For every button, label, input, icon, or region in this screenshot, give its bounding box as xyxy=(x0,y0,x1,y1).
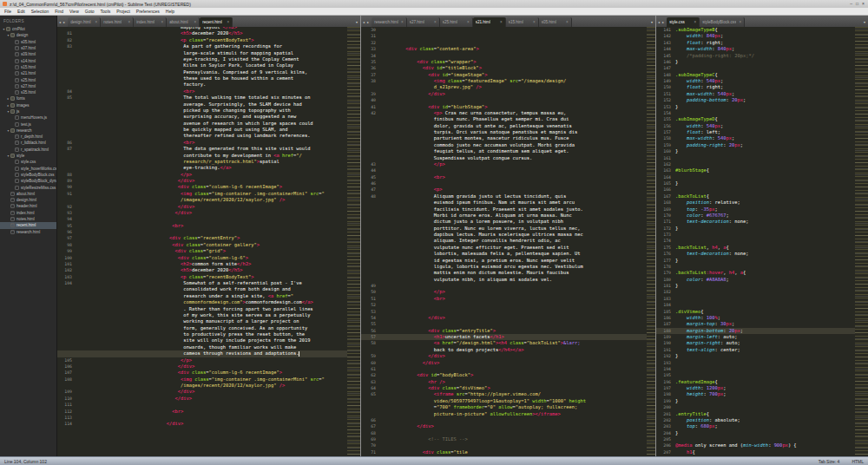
sidebar-item-index-html[interactable]: <>index.html xyxy=(0,210,56,216)
code-row[interactable]: 41 <div id="blurbStage"> xyxy=(361,104,647,110)
maximize-button[interactable]: □ xyxy=(856,2,858,6)
code-row[interactable]: 71 <div class="tile xyxy=(361,449,647,455)
tab-index-html[interactable]: index.html× xyxy=(134,17,167,27)
code-row[interactable]: Morbi id ornare eros. Aliquam at urna ma… xyxy=(361,213,647,219)
code-row[interactable]: 83 As part of gathering recordings for xyxy=(57,43,347,49)
code-row[interactable]: commonformdesign.com">commonformdesign.c… xyxy=(57,299,347,305)
code-row[interactable]: 184 xyxy=(656,302,855,308)
code-row[interactable]: 98 <div class="container gallery"> xyxy=(57,242,347,248)
sidebar-item-r-depth-html[interactable]: <>r_depth.html xyxy=(0,134,56,140)
tab-s15-html[interactable]: s15.html× xyxy=(506,17,539,27)
code-row[interactable]: 69 <!-- TILES --> xyxy=(361,436,647,442)
code-row[interactable]: 58 <a href="/design.html"><h4 class="bac… xyxy=(361,340,647,346)
code-row[interactable]: 144 max-width: 840px; xyxy=(656,46,855,52)
code-row[interactable]: 105 </p> xyxy=(57,357,347,363)
sidebar-item-s05-html[interactable]: <>s05.html xyxy=(0,39,56,45)
code-row[interactable]: 173 xyxy=(656,232,855,238)
code-row[interactable]: 47 <p> xyxy=(361,187,647,193)
code-row[interactable]: 183 xyxy=(656,296,855,302)
code-row[interactable]: 54 </div> xyxy=(361,315,647,321)
code-row[interactable]: cameos through revisions and adaptations… xyxy=(57,350,347,357)
sidebar-item-about-html[interactable]: <>about.html xyxy=(0,191,56,197)
code-row[interactable]: avenue of research in which large spaces… xyxy=(57,121,347,127)
code-row[interactable]: 185.divVimeo{ xyxy=(656,309,855,315)
code-row[interactable]: 152 padding-bottom: 20px; xyxy=(656,97,855,103)
code-row[interactable]: 55 xyxy=(361,321,647,327)
tab-close-icon[interactable]: × xyxy=(431,20,437,24)
sidebar-item-styleresizemiss-css[interactable]: /*styleResizeMiss.css xyxy=(0,184,56,190)
code-row[interactable]: 165} xyxy=(656,180,855,187)
code-row[interactable]: 101 <h2>common form site</h2> xyxy=(57,261,347,267)
code-row[interactable]: 189 margin-left: auto; xyxy=(656,334,855,340)
sidebar-item-images[interactable]: ▸images xyxy=(0,102,56,108)
code-row[interactable]: 61 xyxy=(361,366,647,372)
code-row[interactable]: 159 padding-right: 20px; xyxy=(656,142,855,148)
pane-1-code-area[interactable]: mapping layout </h2>81 <h5>december 2020… xyxy=(57,27,347,428)
tab-close-icon[interactable]: × xyxy=(398,20,404,24)
menu-goto[interactable]: Goto xyxy=(82,9,97,14)
code-row[interactable]: 147 xyxy=(656,65,855,71)
code-row[interactable]: 95 <br> xyxy=(57,223,347,229)
code-row[interactable]: parturient montes, nascetur ridiculus mu… xyxy=(361,135,647,141)
code-row[interactable]: finibus nunc. Phasellus eget semper mi. … xyxy=(361,116,647,122)
code-row[interactable]: 192} xyxy=(656,353,855,359)
code-row[interactable]: commodo justo nec accumsan volutpat. Mor… xyxy=(361,142,647,148)
code-row[interactable]: 104 Somewhat of a self-referential post … xyxy=(57,280,347,286)
code-row[interactable]: 37 <div id="imageStage"> xyxy=(361,72,647,78)
code-row[interactable]: 65 <iframe src="https://player.vimeo.com… xyxy=(361,391,647,397)
code-row[interactable]: 59 </div> xyxy=(361,353,647,359)
sidebar-item-style-hoverworks-css[interactable]: /*style_hoverWorks.css xyxy=(0,166,56,172)
code-row[interactable]: ="700" frameborder="0" allow="autoplay; … xyxy=(361,404,647,410)
tab-style-css[interactable]: style.css× xyxy=(667,17,700,27)
code-row[interactable]: 166 xyxy=(656,187,855,193)
code-row[interactable]: 86 <br> xyxy=(57,140,347,146)
code-row[interactable]: 81 <h5>december 2020</h5> xyxy=(57,30,347,36)
sidebar-item-s09-html[interactable]: <>s09.html xyxy=(0,51,56,57)
code-row[interactable]: thereafter refined using landmark refere… xyxy=(57,133,347,139)
tab-scroll-arrows-icon[interactable]: ◂ ▸ xyxy=(57,20,68,27)
tab-close-icon[interactable]: × xyxy=(192,20,197,24)
code-row[interactable]: 176 text-decoration: none; xyxy=(656,251,855,257)
code-row[interactable]: 172} xyxy=(656,226,855,232)
code-row[interactable]: video/505977949?loop=1&autoplay=1" width… xyxy=(361,398,647,404)
code-row[interactable]: 142 width: 840px; xyxy=(656,33,855,39)
tab-close-icon[interactable]: × xyxy=(93,20,98,24)
code-row[interactable]: 174 xyxy=(656,238,855,244)
code-row[interactable]: 45 <br> xyxy=(361,174,647,180)
code-row[interactable]: average. Surprisingly, the SLAM device h… xyxy=(57,102,347,108)
code-row[interactable]: /images/recent/2020/12/saylor.jpg" /> xyxy=(57,197,347,203)
code-row[interactable]: 150 float: right; xyxy=(656,84,855,90)
code-row[interactable]: 52 xyxy=(361,302,647,308)
sidebar-item-fonts[interactable]: ▸fonts xyxy=(0,95,56,102)
sidebar-item-r-lidblack-html[interactable]: <>r_lidblack.html xyxy=(0,140,56,146)
code-row[interactable]: 53 xyxy=(361,309,647,315)
sidebar-item-test-js[interactable]: /*test.js xyxy=(0,121,56,127)
code-row[interactable]: aliquam. Integer convallis hendrerit odi… xyxy=(361,238,647,244)
tab-about-html[interactable]: about.html× xyxy=(167,17,200,27)
code-row[interactable]: site will only include projects from the… xyxy=(57,337,347,344)
tab-overflow-menu-icon[interactable]: ▾ xyxy=(356,20,360,27)
code-row[interactable]: 196.featuredImage{ xyxy=(656,379,855,385)
menu-project[interactable]: Project xyxy=(114,9,133,14)
code-row[interactable]: 113 xyxy=(57,415,347,421)
code-row[interactable]: id egestas nisi, a pretium eros. Nunc se… xyxy=(361,258,647,264)
code-row[interactable]: picture-in-picture" allowfullscreen></if… xyxy=(361,411,647,417)
code-row[interactable]: . Rather than forcing apart two parallel… xyxy=(57,306,347,312)
tab-close-icon[interactable]: × xyxy=(126,20,131,24)
sidebar-item-research-html[interactable]: <>research.html xyxy=(0,229,56,235)
tab-close-icon[interactable]: × xyxy=(736,20,741,24)
sidebar-item-header-html[interactable]: <>header.html xyxy=(0,203,56,209)
code-row[interactable]: 84 <br> xyxy=(57,88,347,95)
sidebar-item-notes-html[interactable]: <>notes.html xyxy=(0,216,56,222)
sidebar-item-design[interactable]: ▾design xyxy=(0,32,56,38)
menu-preferences[interactable]: Preferences xyxy=(134,9,162,14)
sidebar-item-style[interactable]: ▾style xyxy=(0,153,56,159)
tab-close-icon[interactable]: × xyxy=(497,20,503,24)
tab-scroll-arrows-icon[interactable]: ◂ ▸ xyxy=(361,20,372,27)
sidebar-item-s21-html[interactable]: <>s21.html xyxy=(0,70,56,76)
code-row[interactable]: 46 xyxy=(361,180,647,187)
pane-2-code-area[interactable]: 30313233 <div class="content-area">3435 … xyxy=(361,27,647,455)
code-row[interactable]: 160} xyxy=(656,148,855,154)
code-row[interactable]: 158 max-width: 540px; xyxy=(656,135,855,141)
code-row[interactable]: 43 </p> xyxy=(361,161,647,167)
